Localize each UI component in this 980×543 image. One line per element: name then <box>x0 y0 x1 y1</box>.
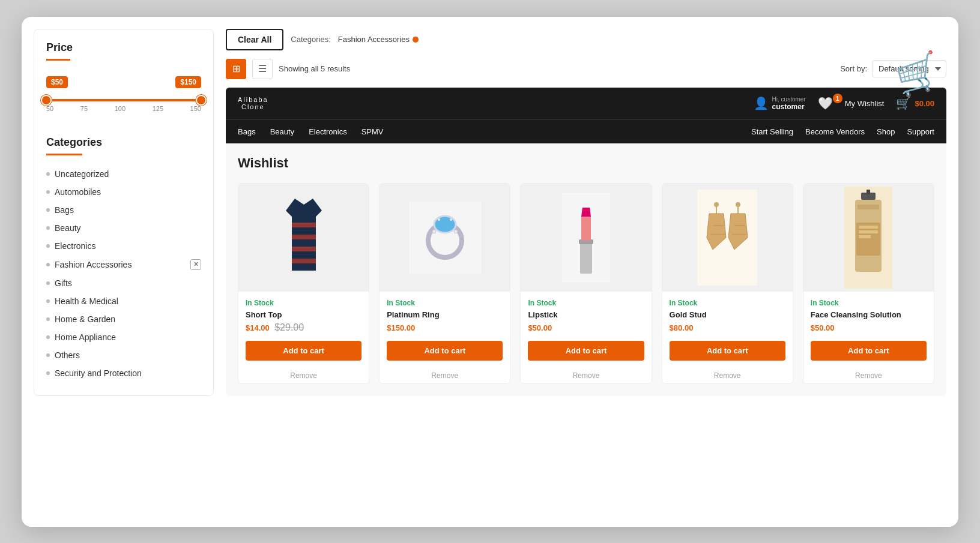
price-tick-50: 50 <box>46 105 53 112</box>
active-filter-text: Fashion Accessories <box>338 35 410 44</box>
store-nav-item-bags[interactable]: Bags <box>238 120 256 143</box>
sidebar-item-health-medical[interactable]: Health & Medical <box>46 292 201 310</box>
cart-icon: 🛒 <box>896 96 911 110</box>
product-image-lipstick[interactable] <box>521 184 651 292</box>
svg-point-12 <box>438 218 440 221</box>
price-range-thumb-right[interactable] <box>196 95 207 106</box>
sidebar-item-gifts[interactable]: Gifts <box>46 274 201 292</box>
remove-link-face-cleansing-solution[interactable]: Remove <box>803 368 934 383</box>
svg-point-13 <box>450 218 452 221</box>
category-dot-health-medical <box>46 299 50 303</box>
price-range-wrapper: $50 $150 50 75 100 125 150 <box>46 70 201 124</box>
store-nav-right-become-vendors[interactable]: Become Vendors <box>805 120 865 143</box>
product-name-lipstick: Lipstick <box>528 310 644 319</box>
sort-select[interactable]: Default sorting <box>872 60 946 77</box>
sort-wrapper: Sort by: Default sorting <box>840 60 946 77</box>
add-to-cart-button-face-cleansing-solution[interactable]: Add to cart <box>811 341 927 361</box>
cart-action[interactable]: 🛒 $0.00 <box>896 96 934 110</box>
categories-section: Categories Uncategorized Automobiles Bag… <box>46 136 201 382</box>
product-name-platinum-ring: Platinum Ring <box>387 310 503 319</box>
wishlist-section: Wishlist In Stock Short Top $14.00 $29.0… <box>226 143 946 396</box>
sidebar-item-security-protection[interactable]: Security and Protection <box>46 364 201 382</box>
product-image-face-cleansing-solution[interactable] <box>803 184 934 292</box>
price-labels-top: $50 $150 <box>46 76 201 88</box>
category-dot-home-garden <box>46 317 50 321</box>
category-dot-electronics <box>46 244 50 248</box>
browser-window: Price $50 $150 50 75 100 <box>22 17 958 527</box>
product-image-platinum-ring[interactable] <box>380 184 510 292</box>
store-nav-item-spmv[interactable]: SPMV <box>361 120 384 143</box>
store-top: Alibaba Clone 👤 Hi, customer customer <box>226 88 946 119</box>
svg-rect-34 <box>858 205 879 209</box>
user-icon: 👤 <box>754 96 769 110</box>
wishlist-action[interactable]: 🤍 1 My Wishlist <box>818 96 885 110</box>
sidebar: Price $50 $150 50 75 100 <box>34 29 214 396</box>
product-info-gold-stud: In Stock Gold Stud $80.00 Add to cart <box>662 292 793 368</box>
filter-tag-dot[interactable] <box>413 37 419 43</box>
remove-link-platinum-ring[interactable]: Remove <box>380 368 510 383</box>
product-info-face-cleansing-solution: In Stock Face Cleansing Solution $50.00 … <box>803 292 934 368</box>
grid-view-button[interactable]: ⊞ <box>226 59 246 79</box>
category-dot-home-appliance <box>46 335 50 339</box>
clear-all-button[interactable]: Clear All <box>226 29 283 50</box>
svg-rect-5 <box>292 259 316 263</box>
price-range-track[interactable] <box>46 99 201 101</box>
store-nav-right-start-selling[interactable]: Start Selling <box>751 120 793 143</box>
product-info-lipstick: In Stock Lipstick $50.00 Add to cart <box>521 292 651 368</box>
add-to-cart-button-lipstick[interactable]: Add to cart <box>528 341 644 361</box>
user-account-item[interactable]: 👤 Hi, customer customer <box>754 96 806 111</box>
add-to-cart-button-gold-stud[interactable]: Add to cart <box>670 341 785 361</box>
product-image-short-top[interactable] <box>238 184 369 292</box>
category-label-gifts: Gifts <box>55 278 72 288</box>
store-nav-item-electronics[interactable]: Electronics <box>309 120 347 143</box>
add-to-cart-button-short-top[interactable]: Add to cart <box>246 341 361 361</box>
sidebar-item-fashion-accessories[interactable]: Fashion Accessories ✕ <box>46 255 201 274</box>
store-nav-right-support[interactable]: Support <box>907 120 934 143</box>
add-to-cart-button-platinum-ring[interactable]: Add to cart <box>387 341 503 361</box>
store-nav-right-shop[interactable]: Shop <box>877 120 895 143</box>
sidebar-item-electronics[interactable]: Electronics <box>46 237 201 255</box>
category-label-health-medical: Health & Medical <box>55 296 118 306</box>
category-label-beauty: Beauty <box>55 223 81 233</box>
wishlist-title: Wishlist <box>238 155 934 171</box>
sidebar-item-home-appliance[interactable]: Home Appliance <box>46 328 201 346</box>
svg-rect-15 <box>580 241 592 274</box>
categories-filter-label: Categories: <box>291 35 330 44</box>
store-nav-left: BagsBeautyElectronicsSPMV <box>238 120 384 143</box>
category-remove-fashion-accessories[interactable]: ✕ <box>190 259 201 270</box>
price-range-fill <box>46 99 201 101</box>
sidebar-item-beauty[interactable]: Beauty <box>46 219 201 237</box>
sidebar-item-home-garden[interactable]: Home & Garden <box>46 310 201 328</box>
sidebar-item-uncategorized[interactable]: Uncategorized <box>46 165 201 183</box>
list-view-button[interactable]: ☰ <box>252 59 273 79</box>
category-label-bags: Bags <box>55 205 74 215</box>
sort-label: Sort by: <box>840 64 867 73</box>
price-range-thumb-left[interactable] <box>41 95 52 106</box>
category-dot-automobiles <box>46 190 50 194</box>
category-label-automobiles: Automobiles <box>55 187 101 197</box>
price-tick-125: 125 <box>153 105 163 112</box>
in-stock-label-platinum-ring: In Stock <box>387 299 503 307</box>
category-dot-security-protection <box>46 371 50 375</box>
page-content: Price $50 $150 50 75 100 <box>22 17 958 408</box>
wishlist-count-badge: 1 <box>833 94 842 103</box>
remove-link-gold-stud[interactable]: Remove <box>662 368 793 383</box>
sidebar-item-others[interactable]: Others <box>46 346 201 364</box>
filter-bar: Clear All Categories: Fashion Accessorie… <box>226 29 946 50</box>
product-image-gold-stud[interactable] <box>662 184 793 292</box>
sidebar-item-automobiles[interactable]: Automobiles <box>46 183 201 201</box>
main-content: Clear All Categories: Fashion Accessorie… <box>226 29 946 396</box>
sidebar-item-bags[interactable]: Bags <box>46 201 201 219</box>
store-nav-item-beauty[interactable]: Beauty <box>270 120 294 143</box>
product-price-gold-stud: $80.00 <box>670 323 694 332</box>
svg-point-25 <box>736 202 740 207</box>
product-price-short-top: $14.00 <box>246 323 270 332</box>
product-pricing-face-cleansing-solution: $50.00 <box>811 322 927 333</box>
remove-link-short-top[interactable]: Remove <box>238 368 369 383</box>
category-label-others: Others <box>55 350 80 360</box>
store-logo[interactable]: Alibaba Clone <box>238 96 268 110</box>
price-section: Price $50 $150 50 75 100 <box>46 41 201 124</box>
view-sort-bar: ⊞ ☰ Showing all 5 results Sort by: Defau… <box>226 59 946 79</box>
remove-link-lipstick[interactable]: Remove <box>521 368 651 383</box>
products-grid: In Stock Short Top $14.00 $29.00 Add to … <box>238 183 934 384</box>
